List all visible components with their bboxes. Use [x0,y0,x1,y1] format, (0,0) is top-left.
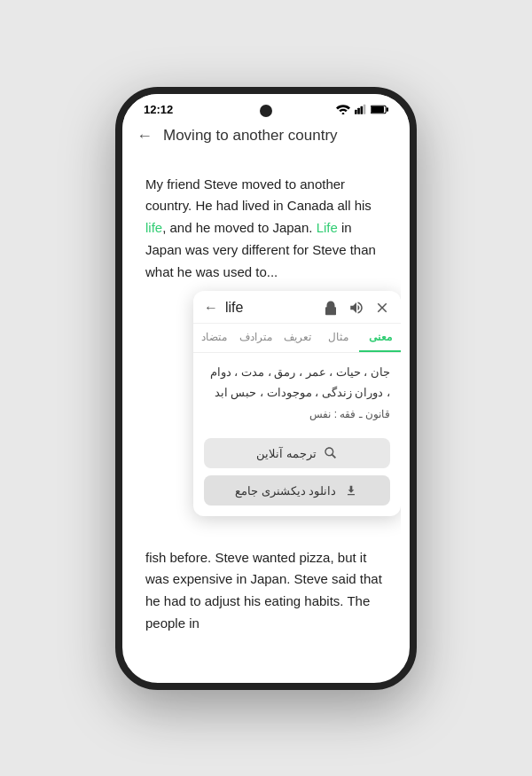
dict-back-button[interactable]: ← [204,300,218,316]
highlight-life2[interactable]: Life [317,220,338,235]
dictionary-popup: ← life [193,291,401,517]
svg-rect-3 [361,106,364,114]
lock-icon[interactable] [323,300,339,316]
dict-header: ← life [193,291,401,324]
dict-legal-text: قانون ـ فقه : نفس [204,408,390,420]
signal-icon [355,104,366,114]
status-icons [336,104,388,114]
status-time: 12:12 [144,103,173,116]
back-button[interactable]: ← [137,127,153,145]
download-icon [343,483,359,498]
text-after-life1: , and he moved to Japan. [162,220,316,235]
phone-frame: 12:12 ← Moving to a [115,87,417,690]
svg-rect-2 [357,108,360,114]
notch [260,105,272,117]
tab-synonym[interactable]: مترادف [235,324,277,352]
svg-point-0 [342,113,345,114]
app-bar: ← Moving to another country [122,120,410,153]
search-icon [324,446,338,460]
online-translate-label: ترجمه آنلاین [256,447,317,460]
content-area: My friend Steve moved to another country… [131,160,401,642]
tab-example[interactable]: مثال [317,324,359,352]
bottom-text: fish before. Steve wanted pizza, but it … [131,540,401,642]
text-before-life1: My friend Steve moved to another country… [145,176,372,214]
download-dict-label: دانلود دیکشنری جامع [235,484,336,498]
dict-body: جان ، حیات ، عمر ، رمق ، مدت ، دوام ، دو… [193,353,401,439]
svg-rect-7 [387,107,388,111]
close-icon[interactable] [374,300,390,316]
tab-antonym[interactable]: متضاد [193,324,235,352]
online-translate-button[interactable]: ترجمه آنلاین [204,438,390,468]
wifi-icon [336,104,350,114]
svg-rect-1 [355,110,357,114]
dict-tabs: معنی مثال تعریف مترادف متضاد [193,324,401,353]
dict-word: life [225,300,316,316]
highlight-life1[interactable]: life [145,220,162,235]
reading-text: My friend Steve moved to another country… [145,174,387,284]
speaker-icon[interactable] [348,300,365,316]
tab-meaning[interactable]: معنی [359,324,401,352]
dict-definition-text: جان ، حیات ، عمر ، رمق ، مدت ، دوام ، دو… [204,362,390,404]
svg-rect-6 [372,106,384,112]
download-dict-button[interactable]: دانلود دیکشنری جامع [204,475,390,506]
tab-definition[interactable]: تعریف [277,324,318,352]
page-title: Moving to another country [163,127,338,145]
battery-icon [371,105,388,114]
svg-rect-4 [364,105,366,114]
dict-action-buttons: ترجمه آنلاین دانلود دیکشنری جامع [193,438,401,516]
dict-header-icons [323,300,390,316]
